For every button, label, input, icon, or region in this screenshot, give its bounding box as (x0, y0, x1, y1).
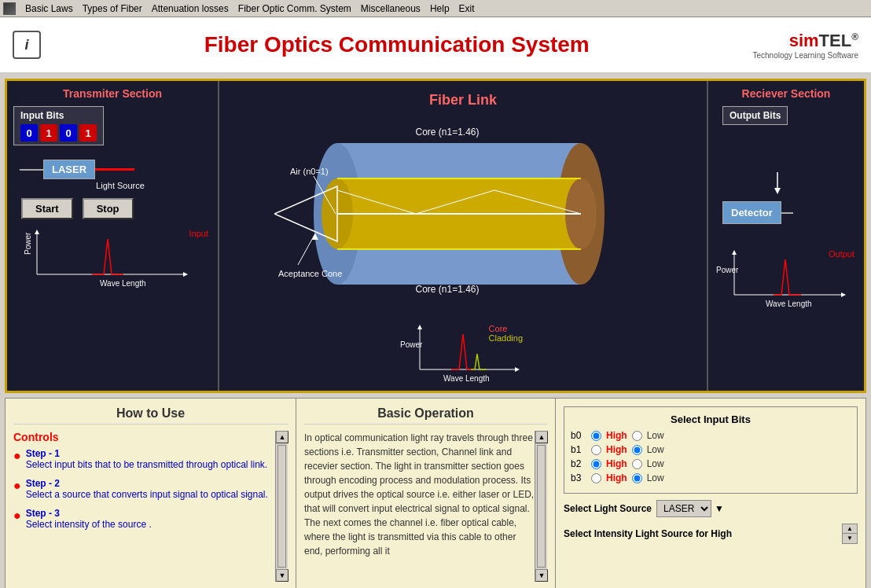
fiber-link-title: Fiber Link (429, 92, 497, 108)
intensity-up-btn[interactable]: ▲ (843, 524, 857, 534)
intensity-row: Select Intensity Light Source for High ▲… (564, 524, 858, 544)
light-source-select-label: Select Light Source (564, 503, 652, 514)
fiber-link-section: Fiber Link Core (n1=1.46) Core (n1=1.48)… (219, 81, 707, 391)
basic-op-scrollbar: ▲ ▼ (535, 431, 547, 582)
scroll-down-btn[interactable]: ▼ (276, 569, 288, 582)
b3-high-radio[interactable] (591, 473, 601, 483)
b1-high-radio[interactable] (591, 445, 601, 455)
select-input-bits-title: Select Input Bits (571, 413, 851, 425)
step-1-text: Step - 1 Select input bits that to be tr… (26, 448, 268, 470)
menu-exit[interactable]: Exit (459, 3, 475, 14)
detector-row: Detector (722, 201, 858, 224)
receiver-title: Reciever Section (715, 87, 858, 100)
menu-fiber-comm[interactable]: Fiber Optic Comm. System (238, 3, 351, 14)
step-1: ● Step - 1 Select input bits that to be … (13, 448, 275, 470)
start-button[interactable]: Start (21, 198, 73, 219)
b2-high-radio[interactable] (591, 459, 601, 469)
stop-button[interactable]: Stop (83, 198, 134, 219)
b0-low-radio[interactable] (632, 431, 642, 441)
cladding-label: Cladding (489, 333, 523, 343)
svg-marker-38 (841, 292, 846, 297)
menu-help[interactable]: Help (430, 3, 450, 14)
app-title: Fiber Optics Communication System (41, 32, 752, 57)
transmitter-section: Transmiter Section Input Bits 0 1 0 1 LA… (7, 81, 219, 391)
b2-low-label[interactable]: Low (647, 458, 664, 469)
bit-3[interactable]: 1 (79, 124, 97, 141)
b2-low-radio[interactable] (632, 459, 642, 469)
step-2-bullet: ● (13, 479, 21, 493)
bits-row: 0 1 0 1 (20, 124, 97, 141)
basic-operation-content-area: In optical communication light ray trave… (304, 431, 547, 582)
step-3-title: Step - 3 (26, 508, 152, 519)
basic-operation-title: Basic Operation (304, 406, 547, 424)
bit-label-b0: b0 (571, 430, 586, 441)
arrow-down (770, 172, 858, 198)
svg-marker-2 (35, 230, 39, 234)
laser-button[interactable]: LASER (43, 160, 95, 179)
bit-2[interactable]: 0 (60, 124, 77, 141)
svg-marker-30 (515, 367, 520, 372)
scroll-thumb-how (277, 445, 286, 568)
light-source-row: Select Light Source LASER LED ▼ (564, 500, 858, 517)
logo-sim: sim (789, 31, 819, 50)
detector-button[interactable]: Detector (722, 201, 781, 224)
bit-row-b2: b2 High Low (571, 458, 851, 469)
step-3: ● Step - 3 Select intensity of the sourc… (13, 508, 275, 530)
basic-operation-panel: Basic Operation In optical communication… (296, 399, 556, 588)
input-bits-label: Input Bits (20, 110, 97, 121)
svg-marker-37 (732, 250, 737, 255)
menu-attenuation[interactable]: Attenuation losses (152, 3, 229, 14)
b3-high-label[interactable]: High (606, 472, 627, 483)
controls-panel: Select Input Bits b0 High Low b1 High Lo… (556, 399, 865, 588)
menu-types-fiber[interactable]: Types of Fiber (83, 3, 142, 14)
bit-row-b0: b0 High Low (571, 430, 851, 441)
how-to-use-content: Controls ● Step - 1 Select input bits th… (13, 431, 275, 582)
svg-marker-34 (774, 188, 781, 194)
b2-high-label[interactable]: High (606, 458, 627, 469)
svg-text:Air (n0=1): Air (n0=1) (290, 167, 329, 176)
basic-operation-content: In optical communication light ray trave… (304, 431, 535, 582)
b1-low-radio[interactable] (632, 445, 642, 455)
transmitter-graph: Input Power Wave Length (13, 227, 211, 298)
logo-subtitle: Technology Learning Software (752, 51, 858, 60)
input-bits-box: Input Bits 0 1 0 1 (13, 106, 104, 145)
how-to-use-content-area: Controls ● Step - 1 Select input bits th… (13, 431, 288, 582)
light-source-dropdown[interactable]: LASER LED (656, 500, 711, 517)
svg-text:Power: Power (24, 232, 32, 255)
bit-1[interactable]: 1 (40, 124, 57, 141)
basic-op-scroll-up[interactable]: ▲ (535, 431, 548, 443)
svg-line-24 (298, 233, 315, 265)
b3-low-label[interactable]: Low (647, 472, 664, 483)
b0-low-label[interactable]: Low (647, 430, 664, 441)
menu-misc[interactable]: Miscellaneous (361, 3, 421, 14)
svg-text:Wave Length: Wave Length (766, 300, 812, 308)
b0-high-radio[interactable] (591, 431, 601, 441)
b1-low-label[interactable]: Low (647, 444, 664, 455)
intensity-down-btn[interactable]: ▼ (843, 534, 857, 543)
how-to-use-title: How to Use (13, 406, 288, 424)
output-bits-box: Output Bits (722, 106, 788, 125)
logo-brand: simTEL® (789, 31, 858, 51)
input-label: Input (189, 229, 208, 238)
select-input-bits-box: Select Input Bits b0 High Low b1 High Lo… (564, 406, 858, 494)
output-label: Output (829, 249, 854, 259)
step-2: ● Step - 2 Select a source that converts… (13, 478, 275, 500)
step-1-desc: Select input bits that to be transmitted… (26, 459, 268, 470)
bit-label-b1: b1 (571, 444, 586, 455)
step-2-title: Step - 2 (26, 478, 268, 489)
control-buttons: Start Stop (21, 198, 204, 219)
b3-low-radio[interactable] (632, 473, 642, 483)
b1-high-label[interactable]: High (606, 444, 627, 455)
logo-reg: ® (851, 31, 858, 42)
bit-row-b3: b3 High Low (571, 472, 851, 483)
b0-high-label[interactable]: High (606, 430, 627, 441)
basic-operation-text: In optical communication light ray trave… (304, 431, 535, 558)
menu-basic-laws[interactable]: Basic Laws (25, 3, 73, 14)
receiver-graph: Output Power Wave Length (715, 248, 858, 313)
svg-text:Core (n1=1.46): Core (n1=1.46) (415, 284, 479, 295)
info-button[interactable]: i (13, 31, 41, 59)
scroll-up-btn[interactable]: ▲ (276, 431, 288, 443)
basic-op-scroll-down[interactable]: ▼ (535, 569, 548, 582)
bit-0[interactable]: 0 (20, 124, 38, 141)
step-1-title: Step - 1 (26, 448, 268, 459)
